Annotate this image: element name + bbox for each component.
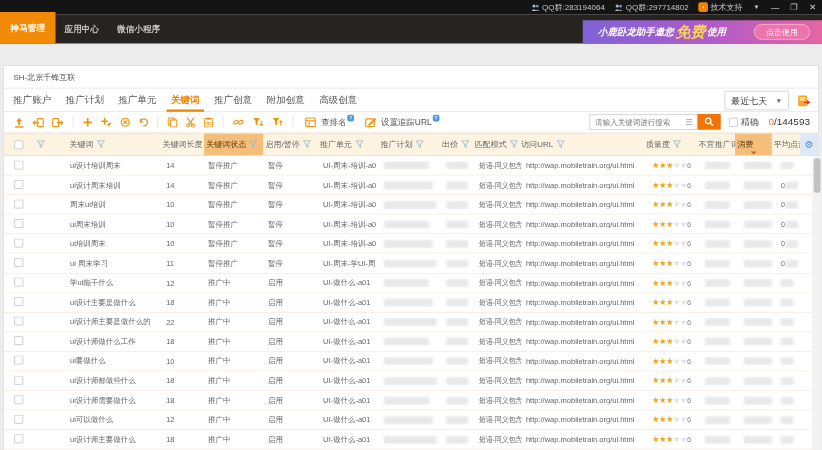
filter-icon[interactable] (96, 140, 104, 148)
column-header-cost[interactable]: 消费 (735, 134, 772, 156)
promo-banner[interactable]: 小鹿卧龙助手邀您 免费 使用 点击使用 (583, 20, 822, 43)
table-row[interactable]: ui周末培训10暂停推广暂停UI-周末-培训-a0短语-同义包含http://w… (4, 215, 819, 235)
filter-icon[interactable] (556, 140, 564, 148)
nav-tab-wechat-mini[interactable]: 微信小程序 (108, 14, 169, 43)
maximize-icon[interactable]: ❐ (789, 2, 799, 12)
nav-tab-shenma[interactable]: 神马管理 (0, 12, 56, 44)
row-checkbox[interactable] (14, 258, 23, 267)
search-button[interactable] (697, 114, 720, 130)
filter-icon[interactable] (416, 140, 424, 148)
column-header-unsuit[interactable]: 不宜推广词 (696, 134, 735, 156)
tab-keyword[interactable]: 关键词 (164, 89, 207, 112)
column-header-length[interactable]: 关键词长度 (160, 134, 204, 156)
column-header-avg[interactable]: 平均点击价 (772, 134, 801, 156)
column-header-onoff[interactable]: 启用/暂停 (263, 134, 317, 156)
export-report-icon[interactable] (797, 94, 810, 107)
keyword-search-box[interactable]: ☰ (589, 114, 697, 130)
filter-icon[interactable] (303, 140, 311, 148)
table-row[interactable]: ui设计师需要做什么18推广中启用UI-做什么-a01短语-同义包含http:/… (4, 391, 819, 411)
link-icon[interactable] (233, 117, 245, 128)
column-header-state[interactable]: 关键词状态 (204, 134, 263, 156)
filter-down-icon[interactable] (252, 117, 264, 128)
table-row[interactable]: ui设计周末培训14暂停推广暂停UI-周末-培训-a0短语-同义包含http:/… (4, 176, 819, 196)
row-checkbox[interactable] (14, 278, 23, 287)
column-header-keyword[interactable]: 关键词 (67, 134, 160, 156)
column-header-status[interactable] (31, 134, 67, 156)
qq-group-2[interactable]: QQ群:297714802 (615, 2, 689, 13)
table-row[interactable]: ui设计师都做些什么18推广中启用UI-做什么-a01短语-同义包含http:/… (4, 371, 819, 391)
row-checkbox[interactable] (14, 356, 23, 365)
nav-tab-app-center[interactable]: 应用中心 (56, 14, 109, 43)
row-checkbox[interactable] (14, 238, 23, 247)
tech-support-button[interactable]: ◖ 技术支持 (698, 2, 742, 13)
column-header-match[interactable]: 匹配模式 (472, 134, 519, 156)
undo-icon[interactable] (138, 117, 149, 128)
select-all-checkbox[interactable] (14, 140, 23, 149)
column-settings-gear-icon[interactable]: ⚙ (805, 139, 814, 150)
scrollbar-thumb[interactable] (813, 158, 820, 193)
table-row[interactable]: 周末ui培训10暂停推广暂停UI-周末-培训-a0短语-同义包含http://w… (4, 195, 819, 215)
table-row[interactable]: ui设计师主要是做什么的22推广中启用UI-做什么-a01短语-同义包含http… (4, 313, 819, 333)
column-header-url[interactable]: 访问URL (519, 134, 644, 156)
copy-icon[interactable] (167, 117, 178, 128)
qq-group-1[interactable]: QQ群:283194064 (531, 2, 605, 13)
filter-icon[interactable] (510, 140, 518, 148)
vertical-scrollbar[interactable] (812, 156, 821, 450)
row-checkbox[interactable] (14, 297, 23, 306)
filter-up-icon[interactable] (272, 117, 284, 128)
paste-icon[interactable] (203, 117, 214, 128)
exact-match-checkbox[interactable]: 精确 (729, 116, 759, 129)
column-header-quality[interactable]: 质量度 (644, 134, 697, 156)
table-row[interactable]: ui设计师主要做什么18推广中启用UI-做什么-a01短语-同义包含http:/… (4, 430, 819, 450)
tab-plan[interactable]: 推广计划 (59, 89, 112, 112)
row-checkbox[interactable] (14, 219, 23, 228)
filter-icon[interactable] (673, 140, 681, 148)
banner-cta-button[interactable]: 点击使用 (754, 24, 810, 40)
row-checkbox[interactable] (14, 395, 23, 404)
table-row[interactable]: ui可以做什么12推广中启用UI-做什么-a01短语-同义包含http://wa… (4, 410, 819, 430)
table-row[interactable]: ui要做什么10推广中启用UI-做什么-a01短语-同义包含http://wap… (4, 352, 819, 372)
column-header-gear[interactable]: ⚙ (800, 134, 818, 156)
row-checkbox[interactable] (14, 180, 23, 189)
close-icon[interactable]: ✕ (808, 2, 818, 12)
row-checkbox[interactable] (14, 434, 23, 443)
tab-extra-creative[interactable]: 附加创意 (259, 89, 312, 112)
table-row[interactable]: ui设计培训周末14暂停推广暂停UI-周末-培训-a0短语-同义包含http:/… (4, 156, 819, 176)
filter-icon[interactable] (461, 140, 469, 148)
cut-icon[interactable] (185, 117, 196, 128)
column-header-bid[interactable]: 出价 (440, 134, 473, 156)
filter-icon[interactable] (37, 140, 45, 148)
import-icon[interactable] (32, 117, 44, 128)
filter-icon[interactable] (355, 140, 363, 148)
date-range-select[interactable]: 最近七天 ▼ (725, 91, 789, 111)
column-header-plan[interactable]: 推广计划 (378, 134, 439, 156)
disable-icon[interactable] (120, 117, 131, 128)
column-header-unit[interactable]: 推广单元 (318, 134, 378, 156)
tab-advanced-creative[interactable]: 高级创意 (312, 89, 365, 112)
table-row[interactable]: ui设计主要是做什么18推广中启用UI-做什么-a01短语-同义包含http:/… (4, 293, 819, 313)
row-checkbox[interactable] (14, 375, 23, 384)
row-checkbox[interactable] (14, 415, 23, 424)
skin-menu-icon[interactable]: ▼ (752, 4, 762, 11)
search-input[interactable] (595, 118, 685, 126)
tab-account[interactable]: 推广账户 (6, 89, 59, 112)
set-tracking-url-button[interactable]: 设置追踪URL ? (364, 117, 439, 128)
check-rank-button[interactable]: 查排名 ? (305, 117, 354, 128)
column-header-checkbox[interactable] (4, 134, 32, 156)
minimize-icon[interactable]: — (770, 3, 780, 12)
export-icon[interactable] (52, 117, 64, 128)
table-row[interactable]: ui培训周末10暂停推广暂停UI-周末-培训-a0短语-同义包含http://w… (4, 234, 819, 254)
add-icon[interactable] (83, 117, 94, 128)
filter-icon[interactable] (249, 140, 257, 148)
upload-icon[interactable] (14, 117, 25, 128)
tab-unit[interactable]: 推广单元 (111, 89, 164, 112)
row-checkbox[interactable] (14, 317, 23, 326)
table-row[interactable]: ui设计师做什么工作18推广中启用UI-做什么-a01短语-同义包含http:/… (4, 332, 819, 352)
list-icon[interactable]: ☰ (685, 117, 692, 127)
table-row[interactable]: 学ui能干什么12推广中启用UI-做什么-a01短语-同义包含http://wa… (4, 273, 819, 293)
tab-creative[interactable]: 推广创意 (207, 89, 260, 112)
row-checkbox[interactable] (14, 160, 23, 169)
row-checkbox[interactable] (14, 336, 23, 345)
add-batch-icon[interactable] (101, 117, 113, 128)
table-row[interactable]: ui 周末学习11暂停推广暂停UI-周末-学UI-周短语-同义包含http://… (4, 254, 819, 274)
